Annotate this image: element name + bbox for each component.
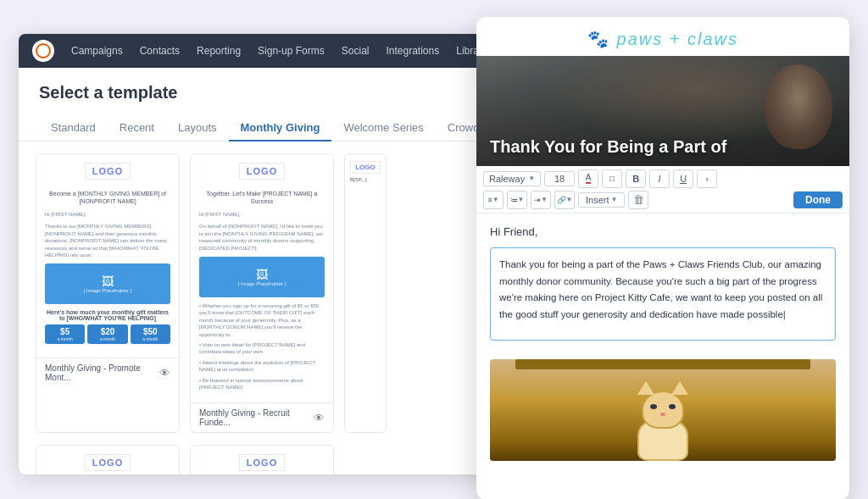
card-2-headline: Together, Let's Make [PROJECT NAME] a Su… (199, 190, 325, 207)
nav-reporting[interactable]: Reporting (197, 45, 241, 57)
card2-1-logo: LOGO (85, 454, 131, 471)
link-chevron: ▼ (566, 196, 573, 203)
brand-text: paws + claws (617, 30, 739, 48)
font-family-select[interactable]: Raleway ▼ (483, 171, 541, 186)
highlight-btn[interactable]: □ (602, 169, 622, 188)
card-2-logo-wrap: LOGO (199, 163, 325, 185)
list-icon: ≔ (510, 196, 518, 204)
email-body: Hi Friend, Thank you for being a part of… (476, 213, 849, 352)
toolbar-row1: Raleway ▼ 18 A □ B I U (483, 169, 843, 188)
insert-btn[interactable]: Insert ▼ (578, 192, 625, 208)
toolbar-row2: ≡ ▼ ≔ ▼ ⇥ ▼ 🔗 ▼ Insert ▼ (483, 191, 843, 209)
card-2-sub1: • Whether you sign up for a recurring gi… (199, 302, 325, 338)
amount-50-num: $50 (132, 327, 169, 336)
nav-logo-icon (36, 43, 51, 58)
box-top-edge (515, 359, 810, 369)
amount-5: $5 a month (45, 324, 85, 344)
italic-btn[interactable]: I (649, 169, 670, 188)
cat-ear-left (637, 381, 654, 395)
editor-toolbar: Raleway ▼ 18 A □ B I U (476, 166, 849, 213)
partial-text: B[SP...] (350, 177, 381, 184)
nav-contacts[interactable]: Contacts (140, 45, 180, 57)
template-selector-panel: Campaigns Contacts Reporting Sign-up For… (19, 34, 510, 474)
italic-icon: I (659, 174, 661, 184)
amount-5-sub: a month (47, 336, 83, 341)
nav-bar: Campaigns Contacts Reporting Sign-up For… (19, 34, 510, 68)
partial-logo: LOGO (350, 161, 381, 174)
card-1-logo-wrap: LOGO (45, 163, 170, 185)
insert-label: Insert (586, 195, 609, 205)
tab-standard[interactable]: Standard (39, 114, 108, 141)
card2-1-logo-wrap: LOGO (45, 454, 170, 474)
card-2-preview-icon[interactable]: 👁 (314, 412, 325, 424)
page-header: Select a template (19, 68, 510, 103)
nav-logo (32, 40, 54, 62)
card-1-image: 🖼 [ Image Placeholder ] (45, 263, 170, 304)
page-title: Select a template (39, 83, 490, 103)
amount-20-sub: a month (89, 336, 125, 341)
tab-layouts[interactable]: Layouts (166, 114, 229, 141)
card-1-greeting: Hi [FIRST NAME], (45, 211, 170, 218)
list-btn[interactable]: ≔ ▼ (507, 191, 527, 209)
card2-2-logo: LOGO (239, 454, 285, 471)
card-2-sub2: • Vote on new ideas for [PROJECT NAME] a… (199, 341, 325, 356)
card-2-footer-label: Monthly Giving - Recruit Funde... (199, 408, 314, 427)
amount-50: $50 a month (131, 324, 170, 344)
bold-btn[interactable]: B (626, 169, 646, 188)
card2-1-content: LOGO Thank You for Being a Part of [PROJ… (36, 446, 179, 474)
card-2-image: 🖼 [ Image Placeholder ] (199, 257, 325, 297)
template-card-1[interactable]: LOGO Become a [MONTHLY GIVING MEMBER] of… (36, 153, 180, 434)
card-1-preview-icon[interactable]: 👁 (159, 367, 170, 380)
align-chevron: ▼ (492, 196, 499, 203)
cat-head (642, 391, 684, 429)
nav-integrations[interactable]: Integrations (386, 45, 439, 57)
tabs-bar: Standard Recent Layouts Monthly Giving W… (19, 114, 510, 141)
card-1-amounts: $5 a month $20 a month $50 a month (45, 324, 170, 344)
template-card-partial[interactable]: LOGO B[SP...] (344, 153, 387, 434)
cat-ear-right (671, 381, 688, 395)
template-card-row2-2[interactable]: LOGO [SPONSORED ONE] (190, 445, 334, 474)
bold-icon: B (632, 174, 639, 184)
card-2-sub4: • Be featured in special announcements a… (199, 377, 325, 391)
card-2-greeting: Hi [FIRST NAME], (199, 211, 325, 218)
nav-social[interactable]: Social (342, 45, 370, 57)
paw-icon: 🐾 (587, 30, 610, 48)
more-icon: › (705, 174, 709, 184)
card-1-image-icon: 🖼 (84, 274, 132, 288)
text-color-btn[interactable]: A (578, 169, 598, 188)
align-btn[interactable]: ≡ ▼ (483, 191, 504, 209)
highlight-icon: □ (609, 174, 615, 183)
template-card-2[interactable]: LOGO Together, Let's Make [PROJECT NAME]… (190, 153, 334, 434)
amount-5-num: $5 (47, 327, 83, 336)
card-1-body: Thanks to our [MONTHLY GIVING MEMBERS] [… (45, 223, 170, 258)
underline-icon: U (680, 174, 687, 184)
amount-50-sub: a month (132, 336, 169, 341)
nav-signup-forms[interactable]: Sign-up Forms (258, 45, 325, 57)
tab-welcome-series[interactable]: Welcome Series (331, 114, 435, 141)
more-btn[interactable]: › (697, 169, 717, 188)
tab-monthly-giving[interactable]: Monthly Giving (229, 114, 332, 141)
indent-icon: ⇥ (534, 196, 541, 204)
indent-chevron: ▼ (541, 196, 548, 203)
link-btn[interactable]: 🔗 ▼ (554, 191, 575, 209)
template-card-row2-1[interactable]: LOGO Thank You for Being a Part of [PROJ… (36, 445, 180, 474)
cat-eye-left (650, 404, 657, 409)
indent-btn[interactable]: ⇥ ▼ (531, 191, 551, 209)
card-1-helping-label: Here's how much your monthly gift matter… (45, 309, 170, 321)
list-chevron: ▼ (518, 196, 525, 203)
email-greeting: Hi Friend, (490, 224, 836, 241)
email-text-editable[interactable]: Thank you for being a part of the Paws +… (490, 247, 836, 341)
email-logo-area: 🐾 paws + claws (476, 17, 849, 56)
font-size-select[interactable]: 18 (544, 171, 575, 186)
card-2-content: LOGO Together, Let's Make [PROJECT NAME]… (191, 154, 333, 403)
delete-btn[interactable]: 🗑 (628, 191, 648, 209)
tab-recent[interactable]: Recent (108, 114, 166, 141)
nav-campaigns[interactable]: Campaigns (71, 45, 123, 57)
cat-nose (660, 413, 665, 416)
card-2-body: On behalf of [NONPROFIT NAME], I'd like … (199, 223, 325, 252)
underline-btn[interactable]: U (673, 169, 693, 188)
card-2-sub3: • Attend meetings about the evolution of… (199, 359, 325, 374)
text-color-icon: A (586, 173, 592, 184)
done-button[interactable]: Done (793, 191, 843, 208)
card2-2-logo-wrap: LOGO (199, 454, 325, 474)
